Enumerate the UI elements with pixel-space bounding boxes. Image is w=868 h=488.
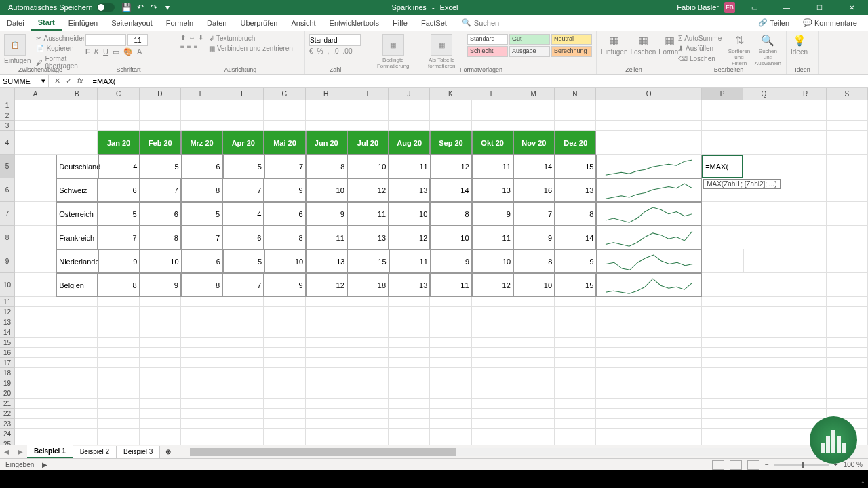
col-header-A[interactable]: A (15, 88, 56, 100)
cell-J18[interactable] (389, 368, 430, 378)
cell-A5[interactable] (15, 155, 56, 178)
cell-E9[interactable]: 6 (182, 249, 223, 273)
cell-F4[interactable]: Apr 20 (222, 131, 264, 155)
view-normal-icon[interactable] (712, 460, 724, 470)
cell-H18[interactable] (306, 368, 347, 378)
col-header-Q[interactable]: Q (743, 88, 785, 100)
user-avatar[interactable]: FB (724, 2, 735, 13)
row-header-3[interactable]: 3 (0, 121, 14, 131)
cell-D17[interactable] (140, 358, 181, 368)
cell-K17[interactable] (430, 358, 471, 368)
cell-I6[interactable]: 12 (347, 178, 389, 202)
row-header-24[interactable]: 24 (0, 429, 14, 439)
cell-F13[interactable] (222, 317, 264, 327)
cell-M15[interactable] (513, 338, 555, 348)
cell-S14[interactable] (827, 327, 868, 338)
col-header-G[interactable]: G (264, 88, 305, 100)
undo-icon[interactable]: ↶ (135, 2, 146, 13)
row-header-18[interactable]: 18 (0, 368, 14, 378)
cell-L3[interactable] (472, 121, 513, 131)
cell-L12[interactable] (472, 307, 513, 317)
cell-K18[interactable] (430, 368, 471, 378)
cell-P14[interactable] (702, 327, 743, 338)
cell-A2[interactable] (15, 110, 56, 121)
dec-decimal-icon[interactable]: .00 (343, 47, 353, 55)
comments-button[interactable]: 💬 Kommentare (797, 16, 863, 29)
sheet-nav-next-icon[interactable]: ▶ (14, 448, 27, 455)
row-header-16[interactable]: 16 (0, 348, 14, 358)
row-header-25[interactable]: 25 (0, 439, 14, 445)
cell-O16[interactable] (596, 348, 702, 358)
cell-L8[interactable]: 11 (472, 226, 513, 249)
cell-H15[interactable] (306, 338, 347, 348)
cell-K4[interactable]: Sep 20 (430, 131, 471, 155)
cell-B13[interactable] (56, 317, 98, 327)
cell-S11[interactable] (827, 297, 868, 307)
col-header-E[interactable]: E (181, 88, 222, 100)
cell-E13[interactable] (181, 317, 222, 327)
cell-M3[interactable] (513, 121, 555, 131)
cell-I24[interactable] (347, 429, 389, 439)
align-right-icon[interactable]: ≡ (194, 43, 198, 50)
cell-F8[interactable]: 6 (222, 226, 264, 249)
tab-ansicht[interactable]: Ansicht (284, 16, 322, 30)
cell-Q5[interactable] (743, 155, 785, 178)
cell-J24[interactable] (389, 429, 430, 439)
tab-formeln[interactable]: Formeln (159, 16, 200, 30)
cell-A23[interactable] (15, 419, 56, 429)
cell-A21[interactable] (15, 399, 56, 409)
cell-R13[interactable] (785, 317, 827, 327)
cell-R16[interactable] (785, 348, 827, 358)
cell-G12[interactable] (264, 307, 305, 317)
cell-K6[interactable]: 14 (430, 178, 471, 202)
cell-L4[interactable]: Okt 20 (472, 131, 513, 155)
cell-J8[interactable]: 12 (389, 226, 430, 249)
cell-C20[interactable] (98, 388, 139, 399)
align-left-icon[interactable]: ≡ (180, 43, 184, 50)
currency-icon[interactable]: € (309, 47, 313, 55)
cell-Q2[interactable] (743, 110, 785, 121)
cell-B12[interactable] (56, 307, 98, 317)
cell-K12[interactable] (430, 307, 471, 317)
cell-F10[interactable]: 7 (222, 273, 264, 297)
cell-J16[interactable] (389, 348, 430, 358)
cell-C25[interactable] (98, 439, 139, 445)
cell-A3[interactable] (15, 121, 56, 131)
cell-I1[interactable] (347, 100, 389, 110)
cell-K21[interactable] (430, 399, 471, 409)
cell-H12[interactable] (306, 307, 347, 317)
cell-D9[interactable]: 10 (140, 249, 181, 273)
cell-N19[interactable] (555, 378, 596, 388)
bold-button[interactable]: F (85, 47, 90, 56)
underline-button[interactable]: U (103, 47, 108, 56)
style-gut[interactable]: Gut (509, 34, 550, 45)
cell-G14[interactable] (264, 327, 305, 338)
cell-E2[interactable] (181, 110, 222, 121)
cell-R7[interactable] (785, 202, 827, 226)
cell-J7[interactable]: 10 (389, 202, 430, 226)
cell-I8[interactable]: 13 (347, 226, 389, 249)
cell-E7[interactable]: 5 (181, 202, 222, 226)
cell-G7[interactable]: 6 (264, 202, 305, 226)
delete-cells-button[interactable]: ▦ (638, 34, 648, 47)
cell-C24[interactable] (98, 429, 139, 439)
cell-N3[interactable] (555, 121, 596, 131)
comma-icon[interactable]: , (327, 47, 329, 55)
redo-icon[interactable]: ↷ (149, 2, 159, 13)
cell-S19[interactable] (827, 378, 868, 388)
cell-E22[interactable] (181, 409, 222, 419)
cell-L13[interactable] (472, 317, 513, 327)
cell-H9[interactable]: 13 (306, 249, 347, 273)
cell-S1[interactable] (827, 100, 868, 110)
format-as-table-button[interactable]: ▦ (431, 34, 452, 56)
cell-I18[interactable] (347, 368, 389, 378)
cell-R9[interactable] (785, 249, 827, 273)
cell-I20[interactable] (347, 388, 389, 399)
cell-M5[interactable]: 14 (513, 155, 555, 178)
cell-G4[interactable]: Mai 20 (264, 131, 305, 155)
align-bot-icon[interactable]: ⬇ (198, 34, 203, 41)
cell-O4[interactable] (596, 131, 702, 155)
cell-D1[interactable] (140, 100, 181, 110)
cell-F11[interactable] (222, 297, 264, 307)
inc-decimal-icon[interactable]: .0 (333, 47, 338, 55)
